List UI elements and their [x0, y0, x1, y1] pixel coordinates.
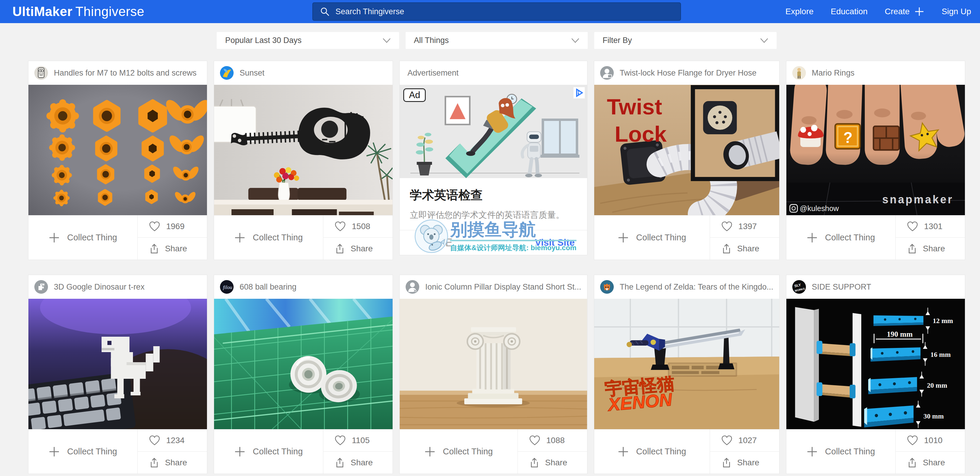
like-button[interactable]: 1088 — [518, 430, 587, 451]
lock-text: Lock — [615, 122, 667, 146]
collect-thing-button[interactable]: Collect Thing — [786, 216, 895, 260]
avatar[interactable] — [600, 66, 614, 80]
thing-thumbnail[interactable]: 12 mm 190 mm 16 mm 20 mm — [786, 299, 965, 429]
thing-thumbnail[interactable]: ? snapmaker @kuleshow — [786, 85, 965, 215]
share-button[interactable]: Share — [710, 237, 779, 260]
ad-badge: Ad — [403, 88, 426, 102]
like-count: 1010 — [924, 436, 942, 445]
thing-grid: Handles for M7 to M12 bolts and screws — [28, 61, 965, 474]
like-button[interactable]: 1105 — [323, 430, 393, 451]
collect-thing-button[interactable]: Collect Thing — [29, 216, 137, 260]
share-icon — [907, 457, 917, 468]
collect-thing-button[interactable]: Collect Thing — [400, 430, 517, 474]
card-footer: Collect Thing 1969 Share — [29, 215, 207, 260]
collect-thing-button[interactable]: Collect Thing — [594, 216, 710, 260]
brand-thingiverse: Thingiverse — [75, 4, 145, 19]
thing-thumbnail[interactable]: Twist Lock — [594, 85, 779, 215]
card-header[interactable]: Sunset — [214, 61, 393, 85]
heart-icon — [149, 435, 160, 446]
thing-title[interactable]: Mario Rings — [812, 69, 854, 78]
thing-thumbnail[interactable] — [29, 299, 207, 429]
card-header[interactable]: Twist-lock Hose Flange for Dryer Hose — [594, 61, 779, 85]
plus-icon — [618, 232, 628, 243]
thing-thumbnail[interactable] — [214, 299, 393, 429]
share-button[interactable]: Share — [323, 451, 393, 474]
share-button[interactable]: Share — [710, 451, 779, 474]
search-input[interactable] — [312, 2, 681, 21]
collect-thing-button[interactable]: Collect Thing — [214, 216, 323, 260]
thing-thumbnail[interactable] — [214, 85, 393, 215]
plus-icon — [807, 446, 818, 457]
like-button[interactable]: 1301 — [896, 216, 965, 237]
card-header[interactable]: 3D Google Dinosaur t-rex — [29, 275, 207, 299]
thing-thumbnail[interactable] — [400, 299, 587, 429]
plus-icon — [234, 232, 245, 243]
category-dropdown[interactable]: All Things — [406, 32, 588, 49]
thing-title[interactable]: SIDE SUPPORT — [812, 283, 871, 292]
thing-title[interactable]: Sunset — [240, 69, 264, 78]
avatar[interactable] — [34, 280, 48, 294]
collect-thing-button[interactable]: Collect Thing — [594, 430, 710, 474]
thing-title[interactable]: 608 ball bearing — [240, 283, 296, 292]
share-button[interactable]: Share — [518, 451, 587, 474]
avatar[interactable] — [34, 66, 48, 80]
avatar[interactable]: SLYWORKS — [792, 280, 806, 294]
collect-thing-button[interactable]: Collect Thing — [786, 430, 895, 474]
adchoices-icon[interactable] — [573, 87, 585, 98]
thing-title[interactable]: Twist-lock Hose Flange for Dryer Hose — [620, 69, 756, 78]
dim-12mm: 12 mm — [932, 317, 953, 324]
thing-card-dino: 3D Google Dinosaur t-rex — [28, 275, 207, 474]
card-header[interactable]: Ionic Column Pillar Display Stand Short … — [400, 275, 587, 299]
collect-thing-button[interactable]: Collect Thing — [214, 430, 323, 474]
card-header[interactable]: Mario Rings — [786, 61, 965, 85]
koala-fish-logo — [414, 219, 449, 254]
ad-image[interactable]: Ad — [400, 85, 587, 178]
thing-title[interactable]: The Legend of Zelda: Tears of the Kingdo… — [620, 283, 773, 292]
nav-education[interactable]: Education — [831, 7, 868, 16]
share-button[interactable]: Share — [896, 451, 965, 474]
thing-title[interactable]: 3D Google Dinosaur t-rex — [54, 283, 145, 292]
share-button[interactable]: Share — [138, 451, 207, 474]
avatar[interactable]: filou — [220, 280, 234, 294]
watermark-title: 别摸鱼导航 — [450, 220, 576, 241]
card-header[interactable]: Handles for M7 to M12 bolts and screws — [29, 61, 207, 85]
dim-16mm: 16 mm — [930, 351, 951, 358]
avatar[interactable] — [600, 280, 614, 294]
nav-signup[interactable]: Sign Up — [942, 7, 971, 16]
thing-thumbnail[interactable] — [29, 85, 207, 215]
avatar[interactable] — [406, 280, 419, 294]
thing-thumbnail[interactable]: 宇宙怪猫 XENON — [594, 299, 779, 429]
share-button[interactable]: Share — [138, 237, 207, 260]
brand-logo[interactable]: UltiMakerThingiverse — [13, 4, 145, 19]
share-button[interactable]: Share — [323, 237, 393, 260]
card-header[interactable]: The Legend of Zelda: Tears of the Kingdo… — [594, 275, 779, 299]
share-icon — [907, 243, 917, 254]
search-icon — [320, 7, 329, 16]
kuleshow-watermark: @kuleshow — [800, 204, 839, 212]
like-button[interactable]: 1234 — [138, 430, 207, 451]
thing-card-sunset: Sunset — [214, 61, 393, 260]
sort-dropdown[interactable]: Popular Last 30 Days — [217, 32, 399, 49]
like-button[interactable]: 1969 — [138, 216, 207, 237]
share-button[interactable]: Share — [896, 237, 965, 260]
card-header[interactable]: filou 608 ball bearing — [214, 275, 393, 299]
heart-icon — [907, 435, 918, 446]
like-button[interactable]: 1010 — [896, 430, 965, 451]
filter-by-dropdown[interactable]: Filter By — [594, 32, 776, 49]
like-button[interactable]: 1508 — [323, 216, 393, 237]
thing-title[interactable]: Handles for M7 to M12 bolts and screws — [54, 69, 197, 78]
twist-text: Twist — [607, 94, 662, 119]
thing-card-zelda-sword: The Legend of Zelda: Tears of the Kingdo… — [594, 275, 780, 474]
like-button[interactable]: 1027 — [710, 430, 779, 451]
card-header[interactable]: SLYWORKS SIDE SUPPORT — [786, 275, 965, 299]
nav-create[interactable]: Create — [885, 6, 924, 17]
like-button[interactable]: 1397 — [710, 216, 779, 237]
nav-explore[interactable]: Explore — [786, 7, 814, 16]
avatar[interactable] — [220, 66, 234, 80]
share-icon — [149, 457, 159, 468]
avatar[interactable] — [792, 66, 806, 80]
thing-title[interactable]: Ionic Column Pillar Display Stand Short … — [425, 283, 581, 292]
collect-thing-button[interactable]: Collect Thing — [29, 430, 137, 474]
thing-card-side-support: SLYWORKS SIDE SUPPORT — [786, 275, 965, 474]
card-footer: Collect Thing 1234 Share — [29, 429, 207, 474]
